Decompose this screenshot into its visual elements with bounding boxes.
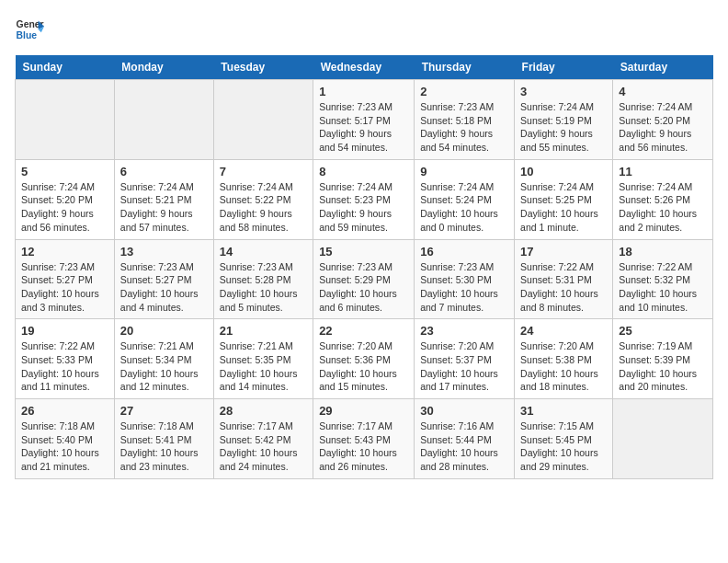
day-number: 30 xyxy=(420,404,508,418)
day-info: Sunrise: 7:16 AM Sunset: 5:44 PM Dayligh… xyxy=(420,419,508,474)
calendar-cell: 9Sunrise: 7:24 AM Sunset: 5:24 PM Daylig… xyxy=(415,159,515,239)
column-header-tuesday: Tuesday xyxy=(213,55,313,80)
column-header-thursday: Thursday xyxy=(415,55,515,80)
day-number: 13 xyxy=(120,245,208,259)
calendar-cell: 21Sunrise: 7:21 AM Sunset: 5:35 PM Dayli… xyxy=(213,319,313,399)
day-number: 31 xyxy=(520,404,607,418)
day-info: Sunrise: 7:22 AM Sunset: 5:31 PM Dayligh… xyxy=(520,260,607,315)
calendar-cell: 25Sunrise: 7:19 AM Sunset: 5:39 PM Dayli… xyxy=(613,319,713,399)
column-header-sunday: Sunday xyxy=(16,55,115,80)
day-info: Sunrise: 7:22 AM Sunset: 5:33 PM Dayligh… xyxy=(21,339,108,394)
day-info: Sunrise: 7:24 AM Sunset: 5:20 PM Dayligh… xyxy=(619,100,707,155)
calendar-cell xyxy=(16,80,115,160)
logo-icon: General Blue xyxy=(15,15,44,44)
day-number: 11 xyxy=(619,165,707,178)
calendar-cell: 2Sunrise: 7:23 AM Sunset: 5:18 PM Daylig… xyxy=(415,80,515,160)
calendar-cell: 4Sunrise: 7:24 AM Sunset: 5:20 PM Daylig… xyxy=(613,80,713,160)
day-number: 17 xyxy=(520,245,607,259)
calendar-week-row: 1Sunrise: 7:23 AM Sunset: 5:17 PM Daylig… xyxy=(16,80,713,160)
day-info: Sunrise: 7:23 AM Sunset: 5:29 PM Dayligh… xyxy=(319,260,408,315)
calendar-cell: 16Sunrise: 7:23 AM Sunset: 5:30 PM Dayli… xyxy=(415,239,515,319)
column-header-saturday: Saturday xyxy=(613,55,713,80)
day-info: Sunrise: 7:15 AM Sunset: 5:45 PM Dayligh… xyxy=(520,419,607,474)
calendar-cell: 11Sunrise: 7:24 AM Sunset: 5:26 PM Dayli… xyxy=(613,159,713,239)
calendar-header-row: SundayMondayTuesdayWednesdayThursdayFrid… xyxy=(16,55,713,80)
day-info: Sunrise: 7:17 AM Sunset: 5:43 PM Dayligh… xyxy=(319,419,408,474)
day-number: 29 xyxy=(319,404,408,418)
day-number: 1 xyxy=(319,85,408,98)
day-info: Sunrise: 7:23 AM Sunset: 5:17 PM Dayligh… xyxy=(319,100,408,155)
day-info: Sunrise: 7:22 AM Sunset: 5:32 PM Dayligh… xyxy=(619,260,707,315)
calendar-cell: 23Sunrise: 7:20 AM Sunset: 5:37 PM Dayli… xyxy=(415,319,515,399)
day-number: 6 xyxy=(120,165,208,178)
calendar-cell: 15Sunrise: 7:23 AM Sunset: 5:29 PM Dayli… xyxy=(313,239,415,319)
calendar-cell: 1Sunrise: 7:23 AM Sunset: 5:17 PM Daylig… xyxy=(313,80,415,160)
day-info: Sunrise: 7:24 AM Sunset: 5:22 PM Dayligh… xyxy=(220,180,307,235)
day-number: 18 xyxy=(619,245,707,259)
day-number: 24 xyxy=(520,324,607,338)
calendar-cell: 27Sunrise: 7:18 AM Sunset: 5:41 PM Dayli… xyxy=(114,399,213,479)
day-number: 22 xyxy=(319,324,408,338)
day-number: 28 xyxy=(220,404,307,418)
day-number: 2 xyxy=(420,85,508,98)
logo: General Blue xyxy=(15,15,50,44)
day-info: Sunrise: 7:24 AM Sunset: 5:24 PM Dayligh… xyxy=(420,180,508,235)
day-number: 9 xyxy=(420,165,508,178)
day-number: 8 xyxy=(319,165,408,178)
day-number: 7 xyxy=(220,165,307,178)
day-info: Sunrise: 7:20 AM Sunset: 5:36 PM Dayligh… xyxy=(319,339,408,394)
calendar-week-row: 19Sunrise: 7:22 AM Sunset: 5:33 PM Dayli… xyxy=(16,319,713,399)
day-info: Sunrise: 7:19 AM Sunset: 5:39 PM Dayligh… xyxy=(619,339,707,394)
day-number: 21 xyxy=(220,324,307,338)
column-header-wednesday: Wednesday xyxy=(313,55,415,80)
day-info: Sunrise: 7:20 AM Sunset: 5:38 PM Dayligh… xyxy=(520,339,607,394)
day-number: 26 xyxy=(21,404,108,418)
day-number: 14 xyxy=(220,245,307,259)
day-info: Sunrise: 7:23 AM Sunset: 5:18 PM Dayligh… xyxy=(420,100,508,155)
day-number: 3 xyxy=(520,85,607,98)
day-info: Sunrise: 7:21 AM Sunset: 5:35 PM Dayligh… xyxy=(220,339,307,394)
day-number: 16 xyxy=(420,245,508,259)
calendar-cell: 18Sunrise: 7:22 AM Sunset: 5:32 PM Dayli… xyxy=(613,239,713,319)
calendar-cell xyxy=(613,399,713,479)
day-number: 10 xyxy=(520,165,607,178)
calendar-cell: 8Sunrise: 7:24 AM Sunset: 5:23 PM Daylig… xyxy=(313,159,415,239)
calendar-cell: 20Sunrise: 7:21 AM Sunset: 5:34 PM Dayli… xyxy=(114,319,213,399)
calendar-cell: 19Sunrise: 7:22 AM Sunset: 5:33 PM Dayli… xyxy=(16,319,115,399)
calendar-cell: 22Sunrise: 7:20 AM Sunset: 5:36 PM Dayli… xyxy=(313,319,415,399)
day-info: Sunrise: 7:24 AM Sunset: 5:19 PM Dayligh… xyxy=(520,100,607,155)
calendar-week-row: 26Sunrise: 7:18 AM Sunset: 5:40 PM Dayli… xyxy=(16,399,713,479)
day-number: 19 xyxy=(21,324,108,338)
day-info: Sunrise: 7:24 AM Sunset: 5:23 PM Dayligh… xyxy=(319,180,408,235)
day-number: 15 xyxy=(319,245,408,259)
day-info: Sunrise: 7:24 AM Sunset: 5:21 PM Dayligh… xyxy=(120,180,208,235)
calendar-cell xyxy=(213,80,313,160)
calendar-week-row: 12Sunrise: 7:23 AM Sunset: 5:27 PM Dayli… xyxy=(16,239,713,319)
calendar-cell: 28Sunrise: 7:17 AM Sunset: 5:42 PM Dayli… xyxy=(213,399,313,479)
calendar-cell: 14Sunrise: 7:23 AM Sunset: 5:28 PM Dayli… xyxy=(213,239,313,319)
day-info: Sunrise: 7:17 AM Sunset: 5:42 PM Dayligh… xyxy=(220,419,307,474)
column-header-friday: Friday xyxy=(515,55,613,80)
day-info: Sunrise: 7:24 AM Sunset: 5:25 PM Dayligh… xyxy=(520,180,607,235)
day-info: Sunrise: 7:23 AM Sunset: 5:27 PM Dayligh… xyxy=(21,260,108,315)
column-header-monday: Monday xyxy=(114,55,213,80)
calendar-cell: 31Sunrise: 7:15 AM Sunset: 5:45 PM Dayli… xyxy=(515,399,613,479)
day-info: Sunrise: 7:24 AM Sunset: 5:26 PM Dayligh… xyxy=(619,180,707,235)
day-number: 4 xyxy=(619,85,707,98)
calendar-cell: 26Sunrise: 7:18 AM Sunset: 5:40 PM Dayli… xyxy=(16,399,115,479)
calendar-cell: 5Sunrise: 7:24 AM Sunset: 5:20 PM Daylig… xyxy=(16,159,115,239)
calendar-cell: 13Sunrise: 7:23 AM Sunset: 5:27 PM Dayli… xyxy=(114,239,213,319)
day-info: Sunrise: 7:21 AM Sunset: 5:34 PM Dayligh… xyxy=(120,339,208,394)
day-info: Sunrise: 7:20 AM Sunset: 5:37 PM Dayligh… xyxy=(420,339,508,394)
calendar-cell: 12Sunrise: 7:23 AM Sunset: 5:27 PM Dayli… xyxy=(16,239,115,319)
calendar-week-row: 5Sunrise: 7:24 AM Sunset: 5:20 PM Daylig… xyxy=(16,159,713,239)
calendar-cell: 6Sunrise: 7:24 AM Sunset: 5:21 PM Daylig… xyxy=(114,159,213,239)
day-number: 25 xyxy=(619,324,707,338)
calendar-cell xyxy=(114,80,213,160)
calendar-table: SundayMondayTuesdayWednesdayThursdayFrid… xyxy=(15,55,713,479)
day-number: 27 xyxy=(120,404,208,418)
day-info: Sunrise: 7:23 AM Sunset: 5:28 PM Dayligh… xyxy=(220,260,307,315)
page-header: General Blue xyxy=(15,15,713,44)
day-number: 5 xyxy=(21,165,108,178)
calendar-cell: 17Sunrise: 7:22 AM Sunset: 5:31 PM Dayli… xyxy=(515,239,613,319)
